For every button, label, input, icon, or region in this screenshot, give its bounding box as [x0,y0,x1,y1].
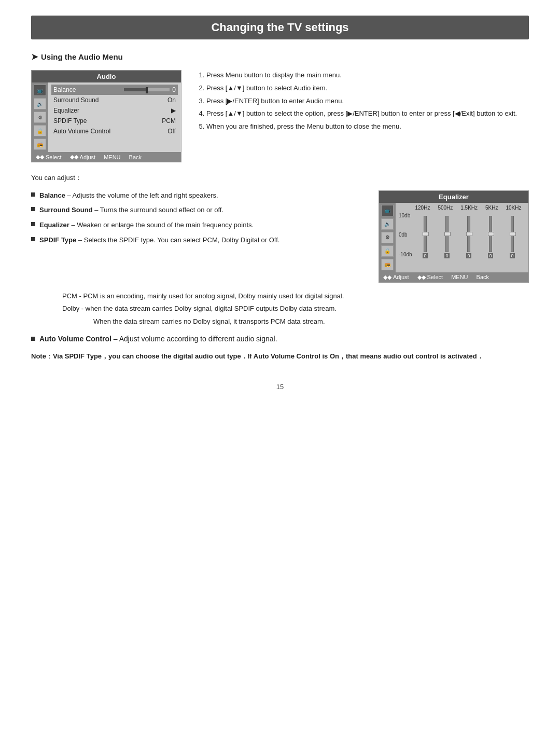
back-footer-btn: Back [129,154,142,160]
eq-slider-track-2 [445,216,449,252]
eq-adjust-btn: ◆◆ Adjust [383,274,409,281]
eq-slider-val-1: 0 [423,253,427,258]
select-footer-btn: ◆◆ Select [36,154,62,160]
adjust-arrows-icon: ◆◆ [70,154,78,160]
freq-1-5khz: 1.5KHz [460,205,478,211]
audio-menu-footer: ◆◆ Select ◆◆ Adjust MENU Back [32,152,181,162]
menu-icon-radio: 📻 [34,139,46,150]
eq-slider-thumb-4[interactable] [488,232,494,236]
db-10: 10db [399,213,412,218]
db-neg10: -10db [399,252,412,257]
eq-sliders: 0 0 0 [412,212,525,258]
menu-icon-bar: 📺 🔊 ⚙ 🔒 📻 [32,82,48,152]
section-arrow-icon: ➤ [31,52,38,62]
adjust-footer-label: Adjust [80,154,96,160]
eq-slider-track-3 [467,216,470,252]
balance-track [123,88,170,92]
eq-menu-label: MENU [451,274,468,280]
instruction-3: Press [▶/ENTER] button to enter Audio me… [206,96,529,107]
menu-icon-camera: 🔊 [34,98,46,109]
select-arrows-icon: ◆◆ [36,154,44,160]
eq-footer: ◆◆ Adjust ◆◆ Select MENU Back [379,272,528,282]
bullet-spdif-label: SPDIF Type [39,236,76,244]
surround-value: On [167,96,176,104]
menu-item-balance[interactable]: Balance 0 [51,85,178,95]
eq-slider-track-5 [511,216,514,252]
eq-icon-tv: 📺 [381,205,394,216]
bullet-equalizer-text: Equalizer – Weaken or enlarge the sound … [39,220,363,231]
bullet-sq-icon-5 [31,337,35,341]
bullet-sq-icon-4 [31,237,35,241]
menu-item-auto-volume[interactable]: Auto Volume Control Off [51,126,178,136]
bullet-equalizer: Equalizer – Weaken or enlarge the sound … [31,220,363,231]
audio-menu-box: Audio 📺 🔊 ⚙ 🔒 📻 Balance [31,70,181,162]
page-number: 15 [31,383,529,391]
pcm-note-line2: Dolby - when the data stream carries Dol… [62,303,529,314]
instructions-list: Press Menu button to display the main me… [197,70,529,132]
surround-label: Surround Sound [53,96,99,104]
pcm-note-line3-text: When the data stream carries no Dolby si… [93,317,325,325]
eq-slider-thumb-5[interactable] [510,232,516,236]
note-text: Note：Via SPDIF Type，you can choose the d… [31,351,529,362]
bullet-auto-volume-text: Auto Volume Control – Adjust volume acco… [39,335,529,343]
balance-label: Balance [53,86,76,93]
balance-thumb [146,87,148,93]
eq-slider-120hz: 0 [423,216,427,258]
bullet-balance-label: Balance [39,191,65,199]
audio-menu-section: Audio 📺 🔊 ⚙ 🔒 📻 Balance [31,70,529,162]
bullet-spdif-desc: – Selects the SPDIF type. You can select… [78,236,280,244]
bullet-spdif-text: SPDIF Type – Selects the SPDIF type. You… [39,235,363,246]
bullet-auto-volume-label: Auto Volume Control [39,335,111,343]
bullets-eq-section: Balance – Adjusts the volume of the left… [31,190,529,283]
body-text: You can adjust： [31,173,529,183]
auto-volume-label: Auto Volume Control [53,128,110,135]
freq-5khz: 5KHz [485,205,498,211]
back-footer-label: Back [129,154,142,160]
eq-back-label: Back [477,274,489,280]
pcm-note-line2-text: Dolby - when the data stream carries Dol… [62,305,337,312]
menu-item-surround[interactable]: Surround Sound On [51,95,178,105]
menu-footer-label: MENU [104,154,120,160]
freq-500hz: 500Hz [438,205,453,211]
eq-body: 📺 🔊 ⚙ 🔒 📻 120Hz 500Hz 1.5KHz 5KHz 10KHz … [379,203,528,272]
bullet-spdif: SPDIF Type – Selects the SPDIF type. You… [31,235,363,246]
eq-icon-bar: 📺 🔊 ⚙ 🔒 📻 [379,203,396,272]
adjust-footer-btn: ◆◆ Adjust [70,154,96,160]
bullet-auto-volume: Auto Volume Control – Adjust volume acco… [31,335,529,343]
note-body: Via SPDIF Type，you can choose the digita… [53,352,484,360]
eq-select-arrows-icon: ◆◆ [417,274,426,281]
menu-icon-tv: 📺 [34,85,46,96]
eq-slider-thumb-3[interactable] [466,232,472,236]
bullet-balance-desc: – Adjusts the volume of the left and rig… [67,191,218,199]
bullet-balance-text: Balance – Adjusts the volume of the left… [39,190,363,201]
note-block: Note：Via SPDIF Type，you can choose the d… [31,351,529,362]
bullet-surround-label: Surround Sound [39,206,93,214]
eq-back-btn: Back [477,274,489,280]
section-title: ➤ Using the Audio Menu [31,52,529,62]
eq-slider-val-2: 0 [444,253,449,258]
menu-item-spdif[interactable]: SPDIF Type PCM [51,116,178,126]
bullet-sq-icon-2 [31,207,35,211]
bullets-list: Balance – Adjusts the volume of the left… [31,190,363,283]
instruction-5: When you are finished, press the Menu bu… [206,121,529,132]
menu-icon-mobile: 🔒 [34,125,46,136]
eq-slider-5khz: 0 [488,216,493,258]
eq-box-title: Equalizer [379,191,528,203]
pcm-note-line1-text: PCM - PCM is an encoding, mainly used fo… [62,292,344,300]
eq-slider-val-3: 0 [466,253,471,258]
eq-freq-labels: 120Hz 500Hz 1.5KHz 5KHz 10KHz [399,205,525,211]
bullet-surround-text: Surround Sound – Turns the surround soun… [39,205,363,216]
eq-adjust-arrows-icon: ◆◆ [383,274,391,281]
eq-slider-track-4 [489,216,492,252]
eq-select-label: Select [427,274,443,280]
menu-item-equalizer[interactable]: Equalizer ▶ [51,105,178,116]
page-header: Changing the TV settings [31,16,529,39]
eq-slider-thumb-1[interactable] [423,232,429,236]
db-0: 0db [399,232,412,238]
balance-fill [124,88,147,91]
eq-icon-sound: 🔊 [381,218,394,230]
pcm-note-line1: PCM - PCM is an encoding, mainly used fo… [62,291,529,302]
bullet-equalizer-label: Equalizer [39,221,69,229]
instruction-1: Press Menu button to display the main me… [206,70,529,81]
eq-slider-thumb-2[interactable] [444,232,451,236]
